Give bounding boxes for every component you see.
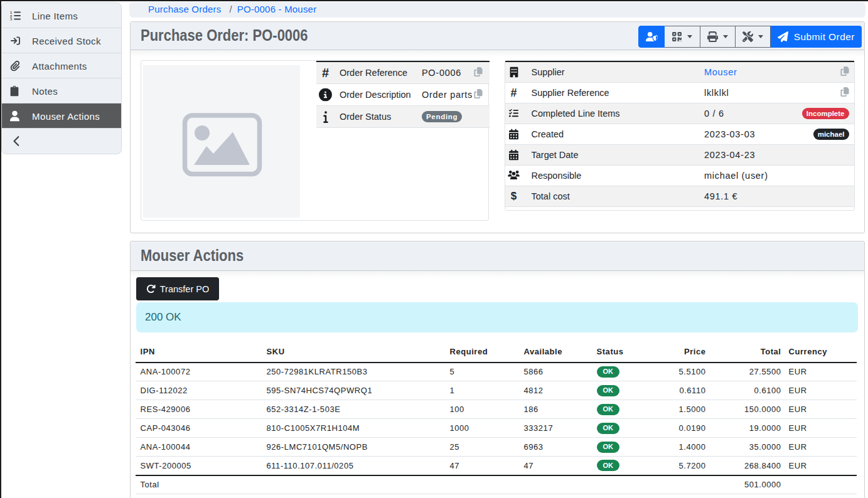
- svg-text:3: 3: [10, 18, 13, 20]
